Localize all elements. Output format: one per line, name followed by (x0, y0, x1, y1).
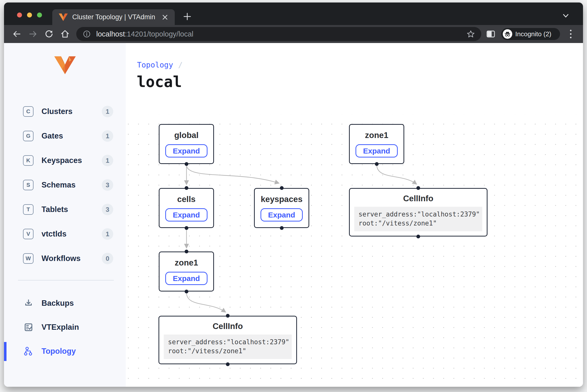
sidebar-item-tablets[interactable]: T Tablets 3 (4, 197, 126, 222)
incognito-label: Incognito (2) (515, 30, 552, 38)
side-panel-button[interactable] (485, 28, 496, 40)
node-title: global (174, 130, 198, 140)
schemas-icon: S (23, 180, 34, 190)
count-badge: 1 (102, 130, 113, 142)
main-content: Topology/ local (126, 43, 583, 387)
url-text[interactable]: localhost:14201/topology/local (96, 30, 461, 38)
reload-button[interactable] (44, 28, 54, 40)
sidebar-item-vtctlds[interactable]: V vtctlds 1 (4, 222, 126, 246)
node-title: CellInfo (213, 322, 243, 331)
node-keyspaces[interactable]: keyspaces Expand (254, 188, 309, 228)
sidebar-item-label: Tablets (42, 205, 68, 214)
sidebar-divider (18, 280, 114, 280)
sidebar-item-label: Topology (42, 347, 76, 356)
sidebar-item-keyspaces[interactable]: K Keyspaces 1 (4, 148, 126, 173)
port (226, 314, 230, 318)
breadcrumb-topology-link[interactable]: Topology (137, 60, 173, 69)
sidebar-item-label: Keyspaces (42, 156, 82, 165)
port (226, 362, 230, 366)
keyspaces-icon: K (23, 155, 34, 166)
site-info-icon[interactable] (83, 30, 91, 38)
port (416, 235, 420, 238)
chevron-down-icon (562, 14, 570, 18)
minimize-window-button[interactable] (27, 12, 32, 18)
code-line: root:"/vitess/zone1" (358, 220, 437, 227)
browser-toolbar: localhost:14201/topology/local (4, 25, 583, 43)
vitess-logo (54, 55, 76, 76)
gates-icon: G (23, 131, 34, 141)
node-zone1-right[interactable]: zone1 Expand (349, 124, 404, 164)
incognito-avatar (503, 29, 512, 39)
bookmark-star-icon[interactable] (467, 30, 475, 38)
forward-button[interactable] (28, 28, 38, 40)
home-button[interactable] (60, 28, 70, 40)
sidebar-item-topology[interactable]: Topology (4, 339, 126, 363)
back-button[interactable] (11, 28, 22, 40)
cellinfo-code: server_address:"localhost:2379" root:"/v… (354, 207, 482, 231)
sidebar-item-label: Gates (42, 132, 63, 140)
sidebar: C Clusters 1 G Gates 1 K Keyspaces 1 S S… (4, 43, 126, 387)
expand-button[interactable]: Expand (165, 272, 207, 285)
forward-icon (28, 30, 38, 38)
sidebar-tools: Backups VTExplain Topology (4, 291, 126, 363)
node-zone1-left[interactable]: zone1 Expand (159, 252, 214, 292)
node-title: cells (177, 194, 196, 204)
browser-menu-button[interactable] (565, 28, 576, 40)
cellinfo-code: server_address:"localhost:2379" root:"/v… (164, 334, 292, 359)
side-panel-icon (486, 30, 495, 38)
expand-button[interactable]: Expand (356, 144, 398, 158)
node-cellinfo-bottom[interactable]: CellInfo server_address:"localhost:2379"… (158, 316, 297, 364)
node-title: CellInfo (403, 194, 434, 203)
port (280, 186, 284, 190)
sidebar-item-clusters[interactable]: C Clusters 1 (4, 99, 126, 124)
home-icon (60, 30, 70, 38)
reload-icon (44, 30, 54, 38)
expand-button[interactable]: Expand (165, 208, 207, 222)
sidebar-item-workflows[interactable]: W Workflows 0 (4, 246, 126, 271)
sidebar-item-label: Schemas (42, 180, 76, 190)
sidebar-item-label: VTExplain (42, 323, 79, 332)
sidebar-item-label: Clusters (42, 107, 72, 116)
tablets-icon: T (23, 204, 34, 215)
sidebar-item-schemas[interactable]: S Schemas 3 (4, 173, 126, 197)
node-cellinfo-right[interactable]: CellInfo server_address:"localhost:2379"… (349, 188, 488, 236)
close-window-button[interactable] (17, 12, 22, 18)
url-host: localhost (96, 30, 125, 38)
sidebar-item-label: Workflows (42, 254, 80, 263)
window-controls (17, 12, 42, 18)
node-title: zone1 (175, 258, 198, 268)
vtadmin-app: C Clusters 1 G Gates 1 K Keyspaces 1 S S… (4, 43, 583, 387)
sidebar-item-gates[interactable]: G Gates 1 (4, 124, 126, 148)
browser-tab[interactable]: Cluster Topology | VTAdmin (52, 9, 175, 25)
new-tab-button[interactable] (180, 10, 194, 24)
port (185, 186, 188, 190)
tab-strip: Cluster Topology | VTAdmin (4, 2, 583, 25)
node-title: zone1 (365, 130, 388, 140)
sidebar-item-label: Backups (42, 299, 74, 308)
count-badge: 1 (102, 106, 113, 117)
expand-button[interactable]: Expand (165, 144, 207, 158)
tab-title: Cluster Topology | VTAdmin (72, 13, 157, 21)
port (185, 226, 188, 230)
address-bar[interactable]: localhost:14201/topology/local (76, 27, 481, 41)
port (185, 250, 188, 254)
sidebar-item-label: vtctlds (42, 230, 66, 238)
node-global[interactable]: global Expand (159, 124, 214, 164)
sidebar-item-backups[interactable]: Backups (4, 291, 126, 315)
count-badge: 1 (102, 155, 113, 166)
topology-canvas[interactable]: global Expand zone1 Expand cells Expand … (126, 114, 581, 387)
zoom-window-button[interactable] (37, 12, 42, 18)
sidebar-item-vtexplain[interactable]: VTExplain (4, 315, 126, 339)
close-tab-icon[interactable] (162, 14, 168, 20)
port (416, 186, 420, 190)
expand-button[interactable]: Expand (260, 208, 302, 222)
count-badge: 3 (102, 204, 113, 215)
page-title: local (137, 73, 182, 90)
port (185, 290, 188, 294)
node-cells[interactable]: cells Expand (159, 188, 214, 228)
breadcrumb-separator: / (178, 60, 183, 69)
port (280, 226, 284, 230)
download-icon (23, 299, 34, 308)
incognito-icon (504, 31, 511, 37)
tab-search-button[interactable] (562, 14, 570, 20)
